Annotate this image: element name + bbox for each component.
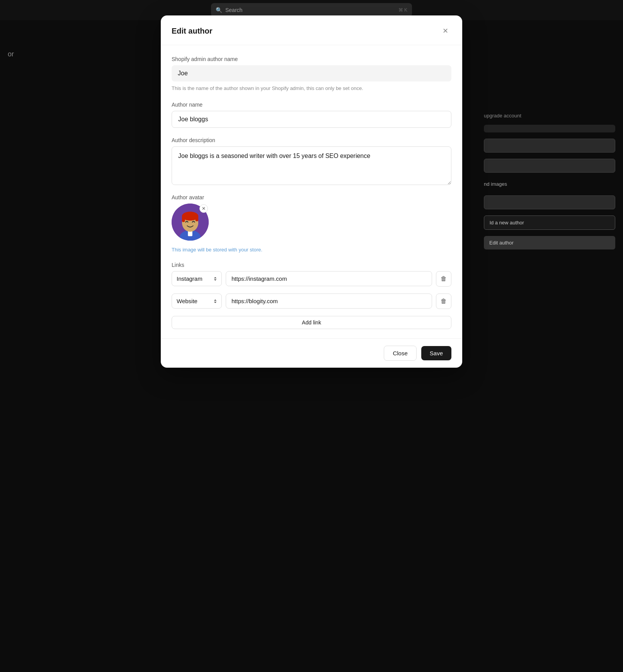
modal-footer: Close Save: [161, 338, 462, 368]
link-row-1: Instagram Website Twitter Facebook 🗑: [172, 271, 451, 287]
link-delete-button-2[interactable]: 🗑: [436, 294, 451, 309]
author-description-textarea[interactable]: [172, 146, 451, 185]
link-url-input-2[interactable]: [226, 294, 432, 309]
shopify-admin-name-value: Joe: [172, 65, 451, 81]
links-group: Links Instagram Website Twitter Facebook…: [172, 262, 451, 329]
svg-rect-5: [182, 214, 185, 222]
add-link-button[interactable]: Add link: [172, 316, 451, 329]
link-type-select-2[interactable]: Instagram Website Twitter Facebook: [172, 294, 222, 309]
avatar-wrapper: ✕: [172, 204, 209, 241]
footer-close-button[interactable]: Close: [384, 346, 416, 361]
shopify-admin-name-label: Shopify admin author name: [172, 56, 451, 62]
modal-close-button[interactable]: ✕: [439, 25, 451, 37]
footer-save-button[interactable]: Save: [421, 346, 451, 360]
author-description-group: Author description: [172, 137, 451, 185]
author-avatar-group: Author avatar: [172, 194, 451, 253]
author-avatar-label: Author avatar: [172, 194, 451, 200]
author-description-label: Author description: [172, 137, 451, 143]
avatar-store-hint: This image will be stored with your stor…: [172, 247, 451, 253]
modal-body: Shopify admin author name Joe This is th…: [161, 45, 462, 338]
trash-icon-2: 🗑: [441, 298, 447, 305]
trash-icon-1: 🗑: [441, 275, 447, 282]
shopify-admin-name-group: Shopify admin author name Joe This is th…: [172, 56, 451, 92]
svg-rect-6: [195, 214, 198, 221]
edit-author-modal: Edit author ✕ Shopify admin author name …: [161, 15, 462, 368]
links-label: Links: [172, 262, 451, 268]
shopify-admin-name-hint: This is the name of the author shown in …: [172, 85, 451, 92]
link-url-input-1[interactable]: [226, 271, 432, 286]
author-name-input[interactable]: [172, 111, 451, 128]
link-delete-button-1[interactable]: 🗑: [436, 271, 451, 287]
modal-header: Edit author ✕: [161, 15, 462, 45]
author-name-group: Author name: [172, 102, 451, 128]
modal-overlay: Edit author ✕ Shopify admin author name …: [0, 0, 623, 672]
link-type-select-1[interactable]: Instagram Website Twitter Facebook: [172, 271, 222, 286]
link-row-2: Instagram Website Twitter Facebook 🗑: [172, 294, 451, 309]
modal-title: Edit author: [172, 27, 213, 36]
author-name-label: Author name: [172, 102, 451, 108]
avatar-remove-button[interactable]: ✕: [199, 204, 208, 213]
